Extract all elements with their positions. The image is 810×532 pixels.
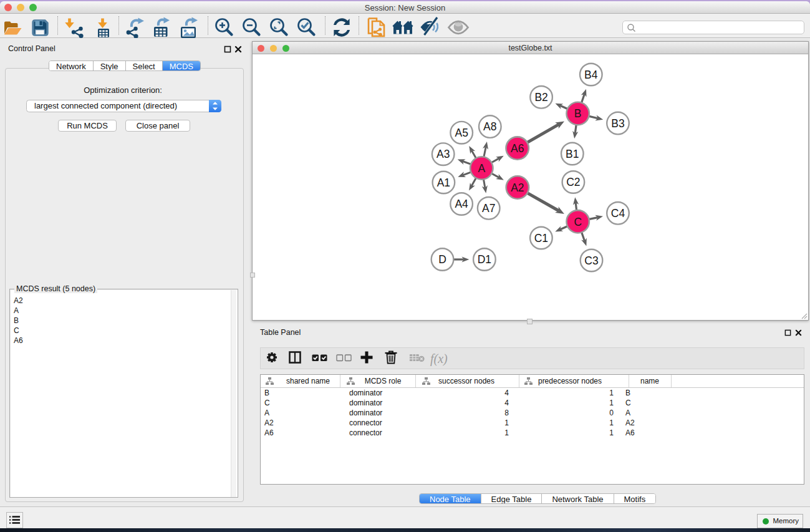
svg-text:C4: C4: [611, 207, 625, 220]
svg-text:C: C: [574, 216, 582, 228]
svg-text:A6: A6: [511, 142, 524, 155]
svg-text:A5: A5: [455, 127, 468, 139]
svg-text:B3: B3: [611, 117, 624, 130]
svg-text:B: B: [574, 107, 582, 120]
svg-text:A4: A4: [455, 198, 468, 210]
svg-text:A7: A7: [482, 202, 495, 215]
svg-text:B4: B4: [584, 69, 598, 81]
svg-text:D: D: [438, 253, 446, 266]
svg-text:C1: C1: [534, 232, 548, 244]
svg-text:C2: C2: [566, 176, 580, 188]
svg-text:A3: A3: [436, 148, 450, 160]
svg-text:A1: A1: [437, 177, 450, 189]
svg-text:D1: D1: [478, 253, 491, 266]
svg-text:A: A: [478, 162, 485, 175]
svg-text:C3: C3: [584, 254, 598, 267]
svg-text:A8: A8: [483, 120, 496, 133]
svg-text:B2: B2: [534, 91, 547, 104]
svg-text:A2: A2: [511, 181, 524, 194]
svg-text:B1: B1: [566, 148, 579, 160]
